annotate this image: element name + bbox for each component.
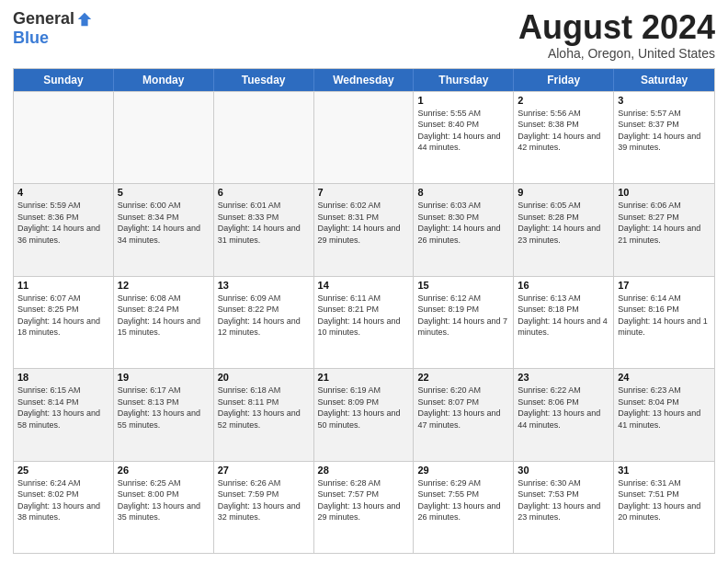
day-info: Sunrise: 6:26 AM Sunset: 7:59 PM Dayligh…	[218, 477, 310, 523]
weekday-header-saturday: Saturday	[614, 69, 714, 91]
calendar-cell: 3Sunrise: 5:57 AM Sunset: 8:37 PM Daylig…	[614, 92, 714, 183]
calendar-cell: 22Sunrise: 6:20 AM Sunset: 8:07 PM Dayli…	[414, 369, 514, 460]
day-number: 24	[618, 372, 711, 383]
calendar-cell: 6Sunrise: 6:01 AM Sunset: 8:33 PM Daylig…	[214, 184, 314, 275]
day-info: Sunrise: 6:01 AM Sunset: 8:33 PM Dayligh…	[218, 200, 310, 246]
calendar-header: SundayMondayTuesdayWednesdayThursdayFrid…	[14, 69, 714, 91]
calendar-cell: 12Sunrise: 6:08 AM Sunset: 8:24 PM Dayli…	[114, 277, 214, 368]
day-number: 9	[518, 187, 609, 198]
calendar-cell: 5Sunrise: 6:00 AM Sunset: 8:34 PM Daylig…	[114, 184, 214, 275]
day-number: 25	[17, 465, 109, 476]
day-number: 8	[417, 187, 509, 198]
svg-marker-0	[78, 12, 91, 25]
calendar-row-4: 25Sunrise: 6:24 AM Sunset: 8:02 PM Dayli…	[14, 461, 714, 553]
calendar-cell: 19Sunrise: 6:17 AM Sunset: 8:13 PM Dayli…	[114, 369, 214, 460]
day-info: Sunrise: 6:22 AM Sunset: 8:06 PM Dayligh…	[518, 385, 609, 431]
day-info: Sunrise: 6:23 AM Sunset: 8:04 PM Dayligh…	[618, 385, 711, 431]
day-number: 19	[118, 372, 210, 383]
calendar-cell: 23Sunrise: 6:22 AM Sunset: 8:06 PM Dayli…	[514, 369, 614, 460]
logo: General Blue	[13, 9, 93, 48]
day-info: Sunrise: 6:30 AM Sunset: 7:53 PM Dayligh…	[518, 477, 609, 523]
day-number: 5	[118, 187, 210, 198]
day-info: Sunrise: 6:31 AM Sunset: 7:51 PM Dayligh…	[618, 477, 711, 523]
weekday-header-sunday: Sunday	[14, 69, 114, 91]
day-info: Sunrise: 5:55 AM Sunset: 8:40 PM Dayligh…	[417, 108, 509, 154]
calendar-cell: 16Sunrise: 6:13 AM Sunset: 8:18 PM Dayli…	[514, 277, 614, 368]
day-number: 31	[618, 465, 711, 476]
weekday-header-wednesday: Wednesday	[314, 69, 415, 91]
day-number: 1	[417, 95, 509, 106]
calendar-cell: 18Sunrise: 6:15 AM Sunset: 8:14 PM Dayli…	[14, 369, 114, 460]
weekday-header-monday: Monday	[114, 69, 214, 91]
day-info: Sunrise: 6:18 AM Sunset: 8:11 PM Dayligh…	[218, 385, 310, 431]
calendar-cell: 14Sunrise: 6:11 AM Sunset: 8:21 PM Dayli…	[314, 277, 415, 368]
day-number: 2	[518, 95, 609, 106]
calendar-cell: 7Sunrise: 6:02 AM Sunset: 8:31 PM Daylig…	[314, 184, 415, 275]
day-info: Sunrise: 6:19 AM Sunset: 8:09 PM Dayligh…	[318, 385, 410, 431]
day-number: 18	[17, 372, 109, 383]
day-number: 11	[17, 280, 109, 291]
day-info: Sunrise: 5:59 AM Sunset: 8:36 PM Dayligh…	[17, 200, 109, 246]
day-number: 26	[118, 465, 210, 476]
day-info: Sunrise: 6:29 AM Sunset: 7:55 PM Dayligh…	[417, 477, 509, 523]
logo-icon	[76, 11, 93, 28]
calendar-cell: 13Sunrise: 6:09 AM Sunset: 8:22 PM Dayli…	[214, 277, 314, 368]
day-number: 4	[17, 187, 109, 198]
day-number: 22	[417, 372, 509, 383]
logo-blue: Blue	[13, 29, 49, 48]
calendar-row-0: 1Sunrise: 5:55 AM Sunset: 8:40 PM Daylig…	[14, 91, 714, 183]
calendar-cell	[214, 92, 314, 183]
day-info: Sunrise: 6:00 AM Sunset: 8:34 PM Dayligh…	[118, 200, 210, 246]
day-number: 10	[618, 187, 711, 198]
day-number: 12	[118, 280, 210, 291]
day-info: Sunrise: 6:05 AM Sunset: 8:28 PM Dayligh…	[518, 200, 609, 246]
day-info: Sunrise: 6:24 AM Sunset: 8:02 PM Dayligh…	[17, 477, 109, 523]
logo-general: General	[13, 9, 74, 29]
calendar-cell: 30Sunrise: 6:30 AM Sunset: 7:53 PM Dayli…	[514, 462, 614, 553]
day-info: Sunrise: 6:13 AM Sunset: 8:18 PM Dayligh…	[518, 293, 609, 339]
day-number: 17	[618, 280, 711, 291]
calendar-cell	[14, 92, 114, 183]
calendar-cell: 25Sunrise: 6:24 AM Sunset: 8:02 PM Dayli…	[14, 462, 114, 553]
day-info: Sunrise: 5:57 AM Sunset: 8:37 PM Dayligh…	[618, 108, 711, 154]
day-info: Sunrise: 6:02 AM Sunset: 8:31 PM Dayligh…	[318, 200, 410, 246]
day-info: Sunrise: 6:17 AM Sunset: 8:13 PM Dayligh…	[118, 385, 210, 431]
day-info: Sunrise: 6:20 AM Sunset: 8:07 PM Dayligh…	[417, 385, 509, 431]
day-number: 28	[318, 465, 410, 476]
calendar-cell: 10Sunrise: 6:06 AM Sunset: 8:27 PM Dayli…	[614, 184, 714, 275]
calendar-cell: 17Sunrise: 6:14 AM Sunset: 8:16 PM Dayli…	[614, 277, 714, 368]
day-info: Sunrise: 6:08 AM Sunset: 8:24 PM Dayligh…	[118, 293, 210, 339]
calendar-cell: 9Sunrise: 6:05 AM Sunset: 8:28 PM Daylig…	[514, 184, 614, 275]
day-number: 7	[318, 187, 410, 198]
day-number: 30	[518, 465, 609, 476]
calendar-cell: 24Sunrise: 6:23 AM Sunset: 8:04 PM Dayli…	[614, 369, 714, 460]
header: General Blue August 2024 Aloha, Oregon, …	[13, 9, 715, 61]
day-number: 16	[518, 280, 609, 291]
day-number: 20	[218, 372, 310, 383]
calendar-cell: 21Sunrise: 6:19 AM Sunset: 8:09 PM Dayli…	[314, 369, 415, 460]
day-info: Sunrise: 6:14 AM Sunset: 8:16 PM Dayligh…	[618, 293, 711, 339]
calendar: SundayMondayTuesdayWednesdayThursdayFrid…	[13, 68, 715, 554]
day-info: Sunrise: 6:25 AM Sunset: 8:00 PM Dayligh…	[118, 477, 210, 523]
calendar-row-2: 11Sunrise: 6:07 AM Sunset: 8:25 PM Dayli…	[14, 276, 714, 368]
calendar-cell	[114, 92, 214, 183]
day-info: Sunrise: 6:12 AM Sunset: 8:19 PM Dayligh…	[417, 293, 509, 339]
calendar-row-1: 4Sunrise: 5:59 AM Sunset: 8:36 PM Daylig…	[14, 183, 714, 275]
calendar-cell: 27Sunrise: 6:26 AM Sunset: 7:59 PM Dayli…	[214, 462, 314, 553]
calendar-cell: 29Sunrise: 6:29 AM Sunset: 7:55 PM Dayli…	[414, 462, 514, 553]
calendar-cell: 26Sunrise: 6:25 AM Sunset: 8:00 PM Dayli…	[114, 462, 214, 553]
day-number: 15	[417, 280, 509, 291]
calendar-cell	[314, 92, 415, 183]
calendar-body: 1Sunrise: 5:55 AM Sunset: 8:40 PM Daylig…	[14, 91, 714, 553]
day-info: Sunrise: 6:09 AM Sunset: 8:22 PM Dayligh…	[218, 293, 310, 339]
weekday-header-tuesday: Tuesday	[214, 69, 314, 91]
day-info: Sunrise: 6:03 AM Sunset: 8:30 PM Dayligh…	[417, 200, 509, 246]
page: General Blue August 2024 Aloha, Oregon, …	[0, 0, 728, 563]
day-info: Sunrise: 5:56 AM Sunset: 8:38 PM Dayligh…	[518, 108, 609, 154]
day-number: 6	[218, 187, 310, 198]
day-info: Sunrise: 6:06 AM Sunset: 8:27 PM Dayligh…	[618, 200, 711, 246]
calendar-cell: 20Sunrise: 6:18 AM Sunset: 8:11 PM Dayli…	[214, 369, 314, 460]
calendar-cell: 11Sunrise: 6:07 AM Sunset: 8:25 PM Dayli…	[14, 277, 114, 368]
day-info: Sunrise: 6:11 AM Sunset: 8:21 PM Dayligh…	[318, 293, 410, 339]
calendar-cell: 1Sunrise: 5:55 AM Sunset: 8:40 PM Daylig…	[414, 92, 514, 183]
